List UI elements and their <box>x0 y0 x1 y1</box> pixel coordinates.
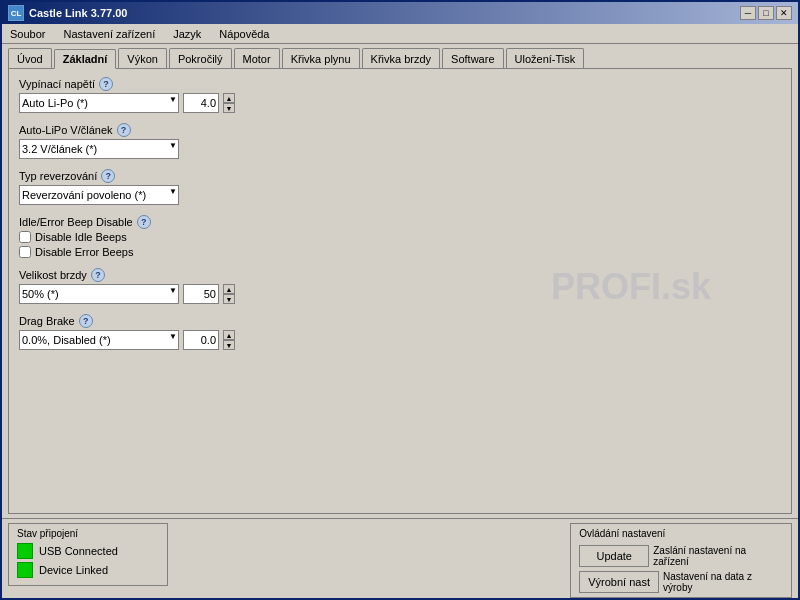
menu-jazyk[interactable]: Jazyk <box>169 27 205 41</box>
tab-uvod[interactable]: Úvod <box>8 48 52 68</box>
menu-soubor[interactable]: Soubor <box>6 27 49 41</box>
factory-desc: Nastavení na data z výroby <box>663 571 783 593</box>
disable-idle-row: Disable Idle Beeps <box>19 231 781 243</box>
vypinaci-spin-down[interactable]: ▼ <box>223 103 235 113</box>
tab-software[interactable]: Software <box>442 48 503 68</box>
auto-lipo-select-wrapper: 3.2 V/článek (*) <box>19 139 179 159</box>
vypinaci-spin-input[interactable] <box>183 93 219 113</box>
disable-idle-label: Disable Idle Beeps <box>35 231 127 243</box>
menu-nastaveni[interactable]: Nastavení zařízení <box>59 27 159 41</box>
close-button[interactable]: ✕ <box>776 6 792 20</box>
auto-lipo-label: Auto-LiPo V/článek ? <box>19 123 781 137</box>
drag-brake-select-wrapper: 0.0%, Disabled (*) <box>19 330 179 350</box>
vypinaci-napeti-label: Vypínací napětí ? <box>19 77 781 91</box>
drag-brake-group: Drag Brake ? 0.0%, Disabled (*) ▲ ▼ <box>19 314 781 350</box>
idle-error-label: Idle/Error Beep Disable ? <box>19 215 781 229</box>
title-bar-left: CL Castle Link 3.77.00 <box>8 5 127 21</box>
typ-reverzovani-select[interactable]: Reverzování povoleno (*) <box>19 185 179 205</box>
vypinaci-napeti-select[interactable]: Auto Li-Po (*) <box>19 93 179 113</box>
velikost-spin-input[interactable] <box>183 284 219 304</box>
drag-brake-select[interactable]: 0.0%, Disabled (*) <box>19 330 179 350</box>
idle-error-help-icon[interactable]: ? <box>137 215 151 229</box>
vypinaci-help-icon[interactable]: ? <box>99 77 113 91</box>
maximize-button[interactable]: □ <box>758 6 774 20</box>
auto-lipo-help-icon[interactable]: ? <box>117 123 131 137</box>
tab-krivka-brzdy[interactable]: Křivka brzdy <box>362 48 441 68</box>
disable-idle-checkbox[interactable] <box>19 231 31 243</box>
velikost-spin-buttons: ▲ ▼ <box>223 284 235 304</box>
vypinaci-napeti-row: Auto Li-Po (*) ▲ ▼ <box>19 93 781 113</box>
disable-error-row: Disable Error Beeps <box>19 246 781 258</box>
velikost-spin-down[interactable]: ▼ <box>223 294 235 304</box>
update-desc: Zaslání nastavení na zařízení <box>653 545 773 567</box>
auto-lipo-row: 3.2 V/článek (*) <box>19 139 781 159</box>
drag-brake-label: Drag Brake ? <box>19 314 781 328</box>
velikost-spin-up[interactable]: ▲ <box>223 284 235 294</box>
tab-ulozeni-tisk[interactable]: Uložení-Tisk <box>506 48 585 68</box>
disable-error-label: Disable Error Beeps <box>35 246 133 258</box>
window-title: Castle Link 3.77.00 <box>29 7 127 19</box>
factory-row: Výrobní nast Nastavení na data z výroby <box>579 571 783 593</box>
drag-brake-row: 0.0%, Disabled (*) ▲ ▼ <box>19 330 781 350</box>
typ-reverzovani-row: Reverzování povoleno (*) <box>19 185 781 205</box>
control-title: Ovládání nastavení <box>579 528 783 539</box>
velikost-brzdy-label: Velikost brzdy ? <box>19 268 781 282</box>
vypinaci-select-wrapper: Auto Li-Po (*) <box>19 93 179 113</box>
auto-lipo-select[interactable]: 3.2 V/článek (*) <box>19 139 179 159</box>
typ-reverzovani-label: Typ reverzování ? <box>19 169 781 183</box>
typ-rev-help-icon[interactable]: ? <box>101 169 115 183</box>
menu-napoveda[interactable]: Nápověda <box>215 27 273 41</box>
velikost-brzdy-help-icon[interactable]: ? <box>91 268 105 282</box>
typ-rev-select-wrapper: Reverzování povoleno (*) <box>19 185 179 205</box>
disable-error-checkbox[interactable] <box>19 246 31 258</box>
main-window: CL Castle Link 3.77.00 ─ □ ✕ Soubor Nast… <box>0 0 800 600</box>
idle-error-group: Idle/Error Beep Disable ? Disable Idle B… <box>19 215 781 258</box>
drag-brake-help-icon[interactable]: ? <box>79 314 93 328</box>
device-status-item: Device Linked <box>17 562 159 578</box>
tab-motor[interactable]: Motor <box>234 48 280 68</box>
usb-label: USB Connected <box>39 545 118 557</box>
status-control-panel: Ovládání nastavení Update Zaslání nastav… <box>570 523 792 598</box>
tab-bar: Úvod Základní Výkon Pokročilý Motor Křiv… <box>2 44 798 68</box>
drag-brake-spin-buttons: ▲ ▼ <box>223 330 235 350</box>
usb-indicator <box>17 543 33 559</box>
auto-lipo-group: Auto-LiPo V/článek ? 3.2 V/článek (*) <box>19 123 781 159</box>
vypinaci-spin-up[interactable]: ▲ <box>223 93 235 103</box>
tab-vykon[interactable]: Výkon <box>118 48 167 68</box>
device-indicator <box>17 562 33 578</box>
drag-brake-spin-up[interactable]: ▲ <box>223 330 235 340</box>
tab-pokrocily[interactable]: Pokročilý <box>169 48 232 68</box>
usb-status-item: USB Connected <box>17 543 159 559</box>
status-connection-title: Stav připojení <box>17 528 159 539</box>
vypinaci-napeti-group: Vypínací napětí ? Auto Li-Po (*) ▲ ▼ <box>19 77 781 113</box>
update-button[interactable]: Update <box>579 545 649 567</box>
velikost-brzdy-group: Velikost brzdy ? 50% (*) ▲ ▼ <box>19 268 781 304</box>
factory-button[interactable]: Výrobní nast <box>579 571 659 593</box>
title-bar-controls: ─ □ ✕ <box>740 6 792 20</box>
device-label: Device Linked <box>39 564 108 576</box>
app-icon: CL <box>8 5 24 21</box>
velikost-select-wrapper: 50% (*) <box>19 284 179 304</box>
content-area: Úvod Základní Výkon Pokročilý Motor Křiv… <box>2 44 798 598</box>
update-row: Update Zaslání nastavení na zařízení <box>579 545 783 567</box>
tab-content: Vypínací napětí ? Auto Li-Po (*) ▲ ▼ <box>8 68 792 514</box>
minimize-button[interactable]: ─ <box>740 6 756 20</box>
status-connection-panel: Stav připojení USB Connected Device Link… <box>8 523 168 586</box>
velikost-brzdy-row: 50% (*) ▲ ▼ <box>19 284 781 304</box>
velikost-brzdy-select[interactable]: 50% (*) <box>19 284 179 304</box>
menu-bar: Soubor Nastavení zařízení Jazyk Nápověda <box>2 24 798 44</box>
tab-krivka-plynu[interactable]: Křivka plynu <box>282 48 360 68</box>
status-bar: Stav připojení USB Connected Device Link… <box>2 518 798 598</box>
title-bar: CL Castle Link 3.77.00 ─ □ ✕ <box>2 2 798 24</box>
typ-reverzovani-group: Typ reverzování ? Reverzování povoleno (… <box>19 169 781 205</box>
vypinaci-spin-buttons: ▲ ▼ <box>223 93 235 113</box>
drag-brake-spin-input[interactable] <box>183 330 219 350</box>
tab-zakladni[interactable]: Základní <box>54 49 117 69</box>
drag-brake-spin-down[interactable]: ▼ <box>223 340 235 350</box>
